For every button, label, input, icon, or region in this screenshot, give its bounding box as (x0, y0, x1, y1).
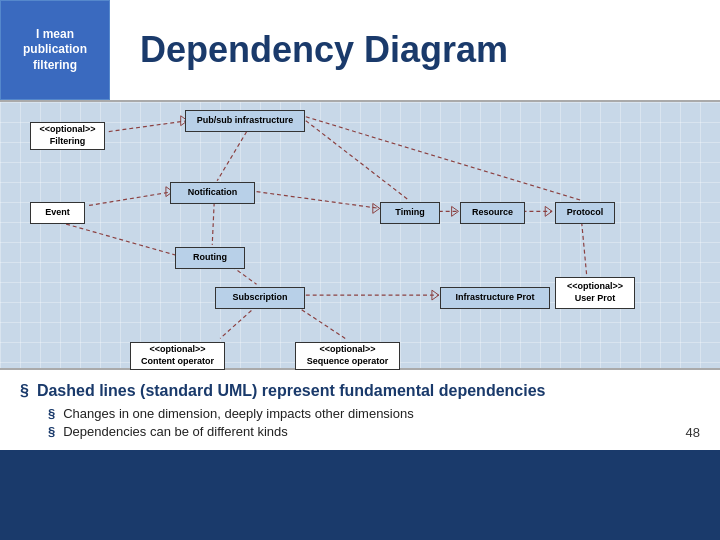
uml-box-filtering: <<optional>> Filtering (30, 122, 105, 150)
content-area: Dashed lines (standard UML) represent fu… (0, 370, 720, 450)
svg-line-7 (232, 267, 257, 285)
svg-line-1 (89, 192, 173, 206)
svg-line-0 (109, 121, 188, 132)
svg-line-2 (217, 132, 247, 181)
uml-box-seqop: <<optional>> Sequence operator (295, 342, 400, 370)
uml-box-resource: Resource (460, 202, 525, 224)
header: I mean publication filtering Dependency … (0, 0, 720, 100)
uml-box-infraprot: Infrastructure Prot (440, 287, 550, 309)
svg-line-11 (296, 306, 345, 339)
uml-box-notification: Notification (170, 182, 255, 204)
header-title: Dependency Diagram (110, 0, 720, 100)
diagram-area: <<optional>> FilteringPub/sub infrastruc… (0, 100, 720, 370)
sub-bullet-2: Dependencies can be of different kinds (48, 424, 700, 439)
svg-line-4 (212, 202, 214, 244)
uml-box-timing: Timing (380, 202, 440, 224)
uml-box-event: Event (30, 202, 85, 224)
svg-line-12 (306, 121, 409, 201)
svg-line-9 (582, 222, 587, 274)
svg-line-13 (306, 117, 582, 201)
uml-box-userprot: <<optional>> User Prot (555, 277, 635, 309)
page-number: 48 (686, 425, 700, 440)
sub-bullet-1: Changes in one dimension, deeply impacts… (48, 406, 700, 421)
uml-box-contentop: <<optional>> Content operator (130, 342, 225, 370)
svg-line-10 (220, 306, 256, 339)
header-label: I mean publication filtering (0, 0, 110, 100)
main-bullet: Dashed lines (standard UML) represent fu… (20, 382, 700, 400)
uml-box-pubsub: Pub/sub infrastructure (185, 110, 305, 132)
svg-line-3 (257, 192, 380, 209)
diagram-svg (0, 102, 720, 368)
svg-line-14 (60, 222, 178, 255)
uml-box-routing: Routing (175, 247, 245, 269)
sub-bullets: Changes in one dimension, deeply impacts… (48, 406, 700, 439)
uml-box-subscription: Subscription (215, 287, 305, 309)
uml-box-protocol: Protocol (555, 202, 615, 224)
